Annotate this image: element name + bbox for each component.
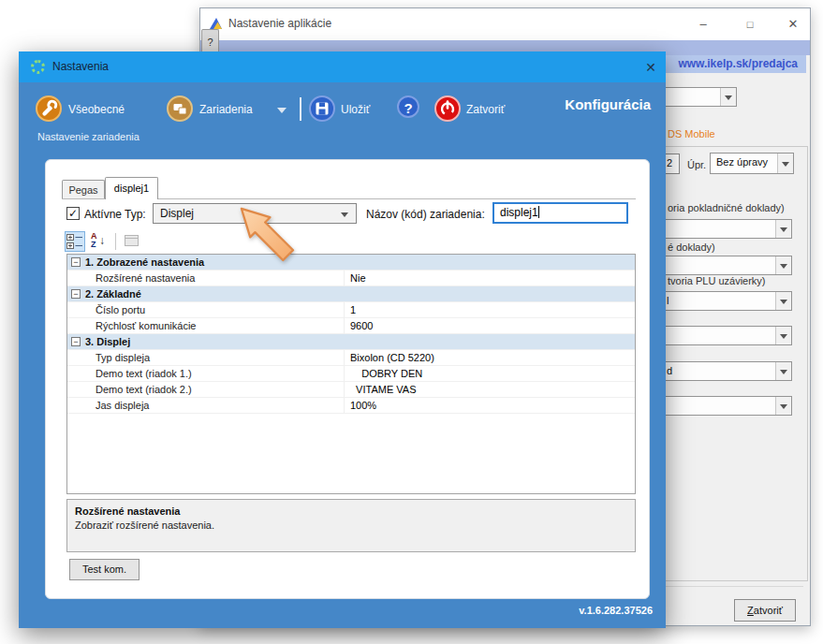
grid-property-value[interactable]: Nie	[344, 271, 635, 286]
grid-row[interactable]: Demo text (riadok 1.) DOBRY DEN	[67, 366, 635, 382]
grid-property-value[interactable]: 9600	[344, 318, 635, 334]
dialog-subtitle: Nastavenie zariadenia	[37, 131, 140, 142]
upr-label: Úpr.	[687, 159, 706, 170]
version-label: v.1.6.282.37526	[579, 605, 653, 616]
grid-row[interactable]: Jas displeja100%	[67, 398, 635, 414]
property-pages-icon	[123, 231, 141, 250]
grid-category-row[interactable]: −2. Základné	[67, 286, 635, 302]
grid-row[interactable]: Číslo portu1	[67, 302, 635, 318]
close-window-button[interactable]: ✕	[779, 16, 807, 33]
grid-property-label: Typ displeja	[96, 350, 150, 366]
upr-combo-value: Bez úpravy	[711, 156, 768, 168]
chevron-down-icon	[780, 300, 787, 304]
combo-dropdown-button[interactable]	[775, 256, 791, 274]
combo-dropdown-button[interactable]	[775, 220, 791, 238]
cursor-arrow-icon	[240, 205, 298, 267]
device-name-value: displej1	[500, 206, 538, 219]
devices-icon	[169, 97, 191, 120]
dialog-nastavenia: Nastavenia ✕ Všeobecné Zariadenia	[19, 51, 666, 628]
section-title: Konfigurácia	[565, 96, 651, 112]
back-window-title: Nastavenie aplikácie	[228, 17, 331, 30]
general-button-label[interactable]: Všeobecné	[68, 103, 125, 116]
zatvorit-button[interactable]: Zatvoriť	[734, 599, 796, 622]
grid-property-label: Jas displeja	[96, 398, 149, 414]
minimize-button[interactable]: –	[689, 16, 717, 33]
power-icon	[436, 97, 459, 120]
property-pages-button[interactable]	[123, 231, 143, 252]
sort-arrow-icon: ↓	[99, 234, 105, 247]
combo-dropdown-button[interactable]	[775, 362, 791, 380]
partial-label-1: oria pokladničné doklady)	[668, 202, 785, 213]
active-checkbox-label[interactable]: Aktívne	[84, 208, 122, 221]
combo-dropdown-button[interactable]	[777, 154, 793, 173]
grid-row[interactable]: Demo text (riadok 2.) VITAME VAS	[67, 382, 635, 398]
combo-dropdown-button[interactable]	[775, 327, 791, 344]
grid-category-label: 1. Zobrazené nastavenia	[85, 255, 204, 271]
active-checkbox[interactable]: ✓	[66, 207, 80, 220]
grid-property-value[interactable]: 100%	[344, 398, 635, 414]
combo-dropdown-button[interactable]	[775, 397, 791, 415]
chevron-down-icon	[780, 227, 787, 232]
tab-displej1[interactable]: displej1	[105, 177, 158, 199]
combo-dropdown-button[interactable]	[720, 88, 736, 106]
collapse-icon[interactable]: −	[71, 289, 81, 299]
chevron-down-icon	[725, 95, 732, 100]
device-name-input[interactable]: displej1	[492, 202, 628, 224]
dialog-titlebar[interactable]: Nastavenia ✕	[19, 51, 666, 82]
grid-property-value[interactable]: Bixolon (CD 5220)	[344, 350, 635, 366]
grid-property-label: Rozšírené nastavenia	[96, 271, 195, 286]
settings-ring-icon	[31, 60, 45, 74]
grid-property-label: Demo text (riadok 1.)	[96, 366, 192, 382]
help-tab[interactable]: ?	[201, 29, 219, 54]
upr-combo[interactable]: Bez úpravy	[710, 153, 794, 174]
dialog-close-button[interactable]: ✕	[640, 58, 661, 77]
grid-property-value[interactable]: 1	[344, 302, 635, 318]
categorized-view-button[interactable]	[65, 231, 85, 252]
screen: Nastavenie aplikácie – □ ✕ ? www.ikelp.s…	[0, 0, 823, 644]
help-title: Rozšírené nastavenia	[75, 505, 627, 517]
property-grid[interactable]: −1. Zobrazené nastaveniaRozšírené nastav…	[66, 254, 636, 494]
save-button-label[interactable]: Uložiť	[341, 103, 370, 116]
grid-row[interactable]: Rozšírené nastaveniaNie	[67, 271, 635, 286]
devices-button[interactable]	[167, 95, 193, 122]
chevron-down-icon	[782, 162, 789, 167]
devices-button-label[interactable]: Zariadenia	[199, 103, 253, 116]
pg-toolbar-separator	[115, 233, 116, 250]
close-app-button-label[interactable]: Zatvoriť	[466, 103, 505, 116]
sort-z-glyph: Z	[91, 240, 96, 249]
devices-dropdown-icon[interactable]	[277, 108, 287, 113]
tab-pegas[interactable]: Pegas	[62, 180, 105, 198]
device-settings-panel: Pegas displej1 ✓ Aktívne Typ: Displej Ná…	[45, 159, 650, 599]
save-button[interactable]	[309, 95, 335, 122]
general-button[interactable]	[36, 95, 62, 122]
grid-row[interactable]: Rýchlosť komunikácie9600	[67, 318, 635, 334]
toolbar-separator	[300, 97, 301, 121]
grid-category-row[interactable]: −1. Zobrazené nastavenia	[67, 255, 635, 271]
grid-row[interactable]: Typ displejaBixolon (CD 5220)	[67, 350, 635, 366]
alphabetical-sort-button[interactable]: A Z ↓	[89, 231, 110, 252]
close-app-button[interactable]	[434, 95, 461, 122]
mobile-section-label: DS Mobile	[668, 128, 715, 139]
property-help-panel: Rozšírené nastavenia Zobraziť rozšírené …	[66, 499, 636, 552]
grid-category-row[interactable]: −3. Displej	[67, 334, 635, 350]
combo-dropdown-button[interactable]	[775, 292, 791, 310]
collapse-icon[interactable]: −	[71, 257, 81, 267]
grid-property-value[interactable]: VITAME VAS	[344, 382, 635, 398]
help-button[interactable]: ?	[397, 95, 419, 118]
app-logo-icon	[209, 17, 223, 30]
chevron-down-icon	[780, 334, 787, 339]
dialog-title: Nastavenia	[52, 60, 109, 73]
help-text: Zobraziť rozšírené nastavenia.	[75, 520, 627, 531]
device-name-label: Názov (kód) zariadenia:	[366, 208, 485, 221]
grid-property-label: Rýchlosť komunikácie	[96, 318, 196, 334]
collapse-icon[interactable]: −	[71, 337, 81, 346]
back-titlebar[interactable]: Nastavenie aplikácie – □ ✕	[200, 8, 810, 40]
grid-category-label: 3. Displej	[85, 334, 130, 350]
grid-property-label: Číslo portu	[96, 302, 145, 318]
save-floppy-icon	[311, 97, 333, 120]
property-grid-rows: −1. Zobrazené nastaveniaRozšírené nastav…	[67, 255, 635, 414]
maximize-button[interactable]: □	[736, 16, 764, 33]
grid-property-value[interactable]: DOBRY DEN	[344, 366, 635, 382]
chevron-down-icon	[780, 370, 787, 374]
test-communication-button[interactable]: Test kom.	[69, 559, 140, 580]
